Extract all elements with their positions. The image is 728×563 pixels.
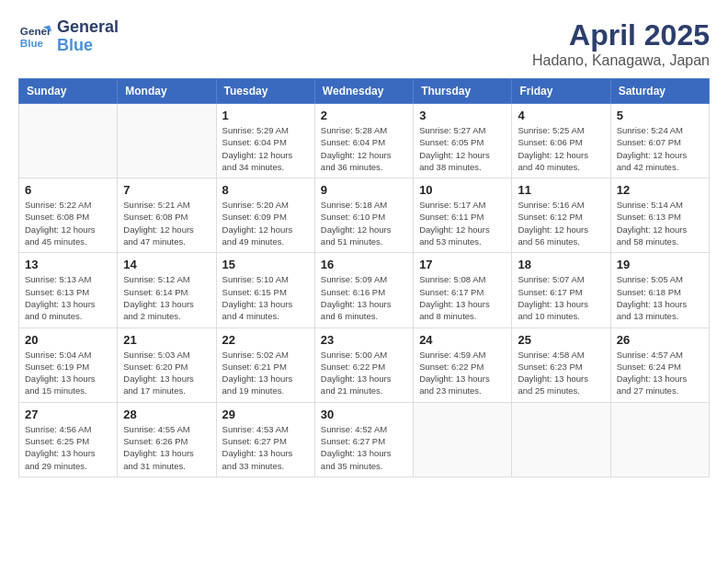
location-title: Hadano, Kanagawa, Japan: [532, 52, 710, 69]
day-info: Sunrise: 5:12 AM Sunset: 6:14 PM Dayligh…: [123, 273, 210, 322]
day-number: 22: [222, 333, 309, 347]
calendar-cell: 15Sunrise: 5:10 AM Sunset: 6:15 PM Dayli…: [216, 253, 314, 327]
day-info: Sunrise: 5:04 AM Sunset: 6:19 PM Dayligh…: [25, 349, 111, 397]
day-number: 11: [518, 183, 604, 197]
calendar-cell: [414, 402, 512, 477]
day-number: 20: [25, 333, 111, 347]
day-number: 9: [321, 183, 407, 197]
calendar-cell: 16Sunrise: 5:09 AM Sunset: 6:16 PM Dayli…: [314, 253, 413, 327]
day-info: Sunrise: 4:59 AM Sunset: 6:22 PM Dayligh…: [419, 349, 506, 397]
calendar-cell: 11Sunrise: 5:16 AM Sunset: 6:12 PM Dayli…: [512, 178, 610, 253]
day-number: 23: [321, 333, 407, 347]
calendar-cell: 1Sunrise: 5:29 AM Sunset: 6:04 PM Daylig…: [216, 104, 314, 178]
day-info: Sunrise: 5:00 AM Sunset: 6:22 PM Dayligh…: [321, 349, 407, 397]
calendar-cell: [610, 402, 709, 477]
calendar-cell: 23Sunrise: 5:00 AM Sunset: 6:22 PM Dayli…: [314, 327, 413, 402]
day-number: 19: [617, 258, 703, 271]
day-number: 18: [518, 258, 604, 271]
calendar-cell: 26Sunrise: 4:57 AM Sunset: 6:24 PM Dayli…: [610, 327, 709, 402]
calendar-cell: 20Sunrise: 5:04 AM Sunset: 6:19 PM Dayli…: [19, 327, 118, 402]
day-info: Sunrise: 5:14 AM Sunset: 6:13 PM Dayligh…: [617, 199, 703, 247]
day-info: Sunrise: 4:57 AM Sunset: 6:24 PM Dayligh…: [617, 349, 703, 397]
weekday-header: Friday: [512, 79, 610, 104]
calendar-cell: 5Sunrise: 5:24 AM Sunset: 6:07 PM Daylig…: [610, 104, 709, 178]
day-info: Sunrise: 5:18 AM Sunset: 6:10 PM Dayligh…: [321, 199, 407, 247]
day-number: 16: [321, 258, 407, 271]
weekday-header: Tuesday: [216, 79, 314, 104]
day-number: 28: [123, 408, 210, 421]
day-info: Sunrise: 5:05 AM Sunset: 6:18 PM Dayligh…: [617, 273, 703, 322]
logo: General Blue General Blue: [18, 18, 119, 55]
day-number: 12: [617, 183, 703, 197]
day-info: Sunrise: 4:52 AM Sunset: 6:27 PM Dayligh…: [321, 423, 407, 472]
day-number: 21: [123, 333, 210, 347]
title-block: April 2025 Hadano, Kanagawa, Japan: [532, 18, 710, 69]
day-info: Sunrise: 5:22 AM Sunset: 6:08 PM Dayligh…: [25, 199, 111, 247]
calendar-cell: 18Sunrise: 5:07 AM Sunset: 6:17 PM Dayli…: [512, 253, 610, 327]
day-number: 25: [518, 333, 604, 347]
calendar-cell: 12Sunrise: 5:14 AM Sunset: 6:13 PM Dayli…: [610, 178, 709, 253]
day-number: 5: [617, 109, 703, 122]
weekday-header: Monday: [118, 79, 216, 104]
day-info: Sunrise: 4:55 AM Sunset: 6:26 PM Dayligh…: [123, 423, 210, 472]
day-number: 17: [419, 258, 506, 271]
calendar-cell: 13Sunrise: 5:13 AM Sunset: 6:13 PM Dayli…: [19, 253, 118, 327]
calendar-week-row: 20Sunrise: 5:04 AM Sunset: 6:19 PM Dayli…: [19, 327, 710, 402]
day-info: Sunrise: 5:27 AM Sunset: 6:05 PM Dayligh…: [419, 124, 506, 173]
calendar-cell: 30Sunrise: 4:52 AM Sunset: 6:27 PM Dayli…: [314, 402, 413, 477]
calendar-cell: 6Sunrise: 5:22 AM Sunset: 6:08 PM Daylig…: [19, 178, 118, 253]
logo-icon: General Blue: [18, 20, 51, 53]
calendar-cell: 10Sunrise: 5:17 AM Sunset: 6:11 PM Dayli…: [414, 178, 512, 253]
day-info: Sunrise: 4:53 AM Sunset: 6:27 PM Dayligh…: [222, 423, 309, 472]
day-number: 7: [123, 183, 210, 197]
day-info: Sunrise: 5:21 AM Sunset: 6:08 PM Dayligh…: [123, 199, 210, 247]
calendar-week-row: 1Sunrise: 5:29 AM Sunset: 6:04 PM Daylig…: [19, 104, 710, 178]
calendar-cell: 3Sunrise: 5:27 AM Sunset: 6:05 PM Daylig…: [414, 104, 512, 178]
calendar-cell: 19Sunrise: 5:05 AM Sunset: 6:18 PM Dayli…: [610, 253, 709, 327]
calendar-cell: [118, 104, 216, 178]
day-number: 27: [25, 408, 111, 421]
weekday-header-row: SundayMondayTuesdayWednesdayThursdayFrid…: [19, 79, 710, 104]
day-number: 30: [321, 408, 407, 421]
weekday-header: Thursday: [414, 79, 512, 104]
calendar-cell: 27Sunrise: 4:56 AM Sunset: 6:25 PM Dayli…: [19, 402, 118, 477]
calendar-cell: [512, 402, 610, 477]
calendar-cell: 29Sunrise: 4:53 AM Sunset: 6:27 PM Dayli…: [216, 402, 314, 477]
calendar-cell: 14Sunrise: 5:12 AM Sunset: 6:14 PM Dayli…: [118, 253, 216, 327]
day-number: 29: [222, 408, 309, 421]
calendar-cell: 8Sunrise: 5:20 AM Sunset: 6:09 PM Daylig…: [216, 178, 314, 253]
calendar-cell: 22Sunrise: 5:02 AM Sunset: 6:21 PM Dayli…: [216, 327, 314, 402]
day-info: Sunrise: 4:58 AM Sunset: 6:23 PM Dayligh…: [518, 349, 604, 397]
calendar-table: SundayMondayTuesdayWednesdayThursdayFrid…: [18, 78, 710, 477]
day-info: Sunrise: 5:10 AM Sunset: 6:15 PM Dayligh…: [222, 273, 309, 322]
calendar-cell: 28Sunrise: 4:55 AM Sunset: 6:26 PM Dayli…: [118, 402, 216, 477]
day-info: Sunrise: 5:17 AM Sunset: 6:11 PM Dayligh…: [419, 199, 506, 247]
day-number: 6: [25, 183, 111, 197]
calendar-week-row: 13Sunrise: 5:13 AM Sunset: 6:13 PM Dayli…: [19, 253, 710, 327]
calendar-cell: 7Sunrise: 5:21 AM Sunset: 6:08 PM Daylig…: [118, 178, 216, 253]
day-number: 1: [222, 109, 309, 122]
calendar-cell: 21Sunrise: 5:03 AM Sunset: 6:20 PM Dayli…: [118, 327, 216, 402]
calendar-cell: 2Sunrise: 5:28 AM Sunset: 6:04 PM Daylig…: [314, 104, 413, 178]
day-number: 3: [419, 109, 506, 122]
calendar-week-row: 6Sunrise: 5:22 AM Sunset: 6:08 PM Daylig…: [19, 178, 710, 253]
day-info: Sunrise: 5:16 AM Sunset: 6:12 PM Dayligh…: [518, 199, 604, 247]
weekday-header: Sunday: [19, 79, 118, 104]
calendar-week-row: 27Sunrise: 4:56 AM Sunset: 6:25 PM Dayli…: [19, 402, 710, 477]
calendar-cell: [19, 104, 118, 178]
calendar-cell: 17Sunrise: 5:08 AM Sunset: 6:17 PM Dayli…: [414, 253, 512, 327]
page-header: General Blue General Blue April 2025 Had…: [18, 18, 710, 69]
calendar-cell: 9Sunrise: 5:18 AM Sunset: 6:10 PM Daylig…: [314, 178, 413, 253]
day-number: 13: [25, 258, 111, 271]
day-info: Sunrise: 5:25 AM Sunset: 6:06 PM Dayligh…: [518, 124, 604, 173]
calendar-cell: 4Sunrise: 5:25 AM Sunset: 6:06 PM Daylig…: [512, 104, 610, 178]
month-title: April 2025: [532, 18, 710, 52]
day-info: Sunrise: 5:29 AM Sunset: 6:04 PM Dayligh…: [222, 124, 309, 173]
day-number: 26: [617, 333, 703, 347]
day-number: 10: [419, 183, 506, 197]
weekday-header: Wednesday: [314, 79, 413, 104]
logo-text: General Blue: [57, 18, 119, 55]
calendar-cell: 25Sunrise: 4:58 AM Sunset: 6:23 PM Dayli…: [512, 327, 610, 402]
day-info: Sunrise: 5:02 AM Sunset: 6:21 PM Dayligh…: [222, 349, 309, 397]
svg-text:Blue: Blue: [20, 37, 44, 49]
